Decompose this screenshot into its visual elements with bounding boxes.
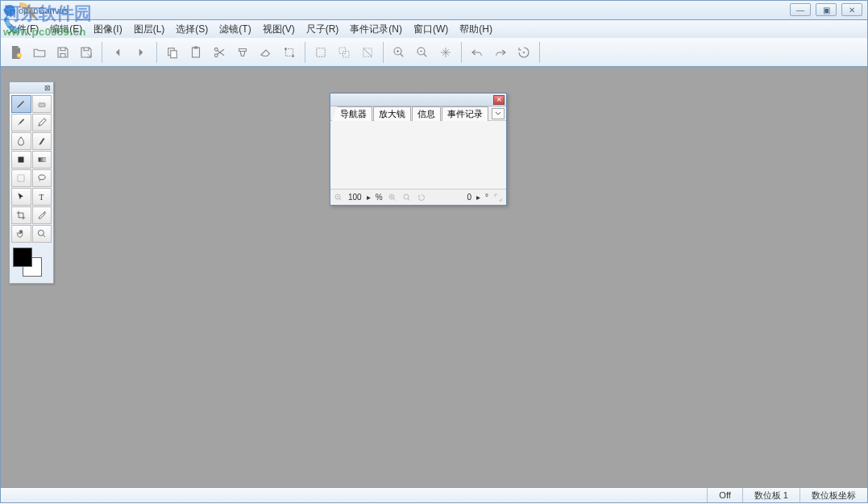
- save-icon: [56, 45, 70, 60]
- color-swatches: [13, 248, 50, 280]
- toolbar: [0, 38, 868, 67]
- nav-zoom-out-button[interactable]: [332, 191, 345, 204]
- nav-angle-arrow[interactable]: ▸: [475, 193, 482, 202]
- nav-zoom-value: 100: [347, 193, 363, 202]
- chevron-down-icon: [494, 110, 502, 118]
- watercolor-tool[interactable]: [11, 132, 31, 150]
- cut-button[interactable]: [209, 42, 230, 63]
- copy-button[interactable]: [162, 42, 183, 63]
- menu-file[interactable]: 文件(F): [7, 23, 39, 36]
- nav-prev-button[interactable]: [107, 42, 128, 63]
- zoom-tool[interactable]: [32, 225, 52, 243]
- status-tablet: 数位板 1: [742, 488, 799, 502]
- eyedropper-icon: [36, 210, 48, 221]
- history-icon: [517, 45, 531, 60]
- menu-event[interactable]: 事件记录(N): [350, 23, 402, 36]
- pencil-tool[interactable]: [11, 95, 31, 113]
- select-invert-button[interactable]: [357, 42, 378, 63]
- text-tool[interactable]: T: [32, 188, 52, 206]
- tool-palette-close-icon[interactable]: ⊠: [44, 84, 51, 92]
- zoom-out-icon: [415, 45, 430, 60]
- clear-icon: [235, 45, 250, 60]
- nav-zoom-fit-button[interactable]: [401, 191, 413, 204]
- bucket-tool[interactable]: [11, 151, 31, 169]
- svg-rect-12: [343, 51, 350, 57]
- tab-magnifier[interactable]: 放大镜: [373, 106, 411, 121]
- svg-rect-3: [193, 48, 200, 57]
- zoom-out-button[interactable]: [412, 42, 433, 63]
- select-rect-button[interactable]: [310, 42, 331, 63]
- tab-info[interactable]: 信息: [412, 106, 441, 121]
- close-button[interactable]: ✕: [841, 3, 862, 16]
- menu-ruler[interactable]: 尺子(R): [306, 23, 339, 36]
- save-as-button[interactable]: [76, 42, 97, 63]
- titlebar: openCanvas — ▣ ✕: [0, 0, 868, 20]
- menu-view[interactable]: 视图(V): [263, 23, 295, 36]
- menu-help[interactable]: 帮助(H): [459, 23, 492, 36]
- app-icon: [4, 5, 15, 16]
- crop-tool[interactable]: [11, 206, 31, 224]
- eraser-button[interactable]: [255, 42, 276, 63]
- eraser-tool[interactable]: [32, 95, 52, 113]
- open-file-button[interactable]: [29, 42, 50, 63]
- navigator-tabs: 导航器 放大镜 信息 事件记录: [330, 106, 506, 121]
- eyedropper-tool[interactable]: [32, 206, 52, 224]
- tab-navigator[interactable]: 导航器: [331, 106, 372, 121]
- nav-expand-button[interactable]: [492, 191, 505, 204]
- menu-image[interactable]: 图像(I): [93, 23, 122, 36]
- navigator-panel: ✕ 导航器 放大镜 信息 事件记录 100 ▸ % 0 ▸ °: [330, 93, 507, 206]
- nav-zoom-in-button[interactable]: [386, 191, 399, 204]
- nav-zoom-arrow[interactable]: ▸: [365, 193, 372, 202]
- foreground-color-swatch[interactable]: [13, 248, 32, 267]
- svg-rect-20: [18, 175, 24, 181]
- crop-icon: [15, 210, 27, 221]
- gradient-tool[interactable]: [32, 151, 52, 169]
- tool-palette-header[interactable]: ⊠: [10, 82, 53, 94]
- pen-icon: [36, 117, 48, 128]
- marker-tool[interactable]: [32, 132, 52, 150]
- select-invert-icon: [360, 45, 375, 60]
- paste-icon: [189, 45, 203, 60]
- transform-icon: [282, 45, 297, 60]
- menu-select[interactable]: 选择(S): [176, 23, 208, 36]
- rotate-ccw-icon: [417, 193, 426, 202]
- transform-button[interactable]: [279, 42, 300, 63]
- move-tool[interactable]: [11, 188, 31, 206]
- lasso-tool[interactable]: [32, 169, 52, 187]
- new-file-button[interactable]: [6, 42, 27, 63]
- minimize-button[interactable]: —: [790, 3, 811, 16]
- brush-tool[interactable]: [11, 114, 31, 131]
- history-button[interactable]: [513, 42, 534, 63]
- svg-rect-10: [317, 48, 326, 56]
- nav-rotate-ccw-button[interactable]: [415, 191, 428, 204]
- svg-point-5: [214, 53, 218, 56]
- pen-tool[interactable]: [32, 114, 52, 131]
- eraser-icon: [259, 45, 273, 60]
- navigator-tab-menu[interactable]: [492, 108, 505, 119]
- select-rect-icon: [314, 45, 328, 60]
- paste-button[interactable]: [185, 42, 206, 63]
- maximize-button[interactable]: ▣: [816, 3, 837, 16]
- fit-screen-button[interactable]: [435, 42, 456, 63]
- svg-rect-7: [286, 48, 293, 56]
- navigator-close-button[interactable]: ✕: [493, 95, 505, 105]
- menu-edit[interactable]: 编辑(E): [50, 23, 82, 36]
- redo-button[interactable]: [490, 42, 511, 63]
- select-rect-tool[interactable]: [11, 169, 31, 187]
- zoom-in-button[interactable]: [388, 42, 409, 63]
- hand-tool[interactable]: [11, 225, 31, 243]
- brush-icon: [15, 117, 27, 128]
- menu-layer[interactable]: 图层(L): [134, 23, 165, 36]
- nav-next-button[interactable]: [131, 42, 152, 63]
- navigator-header[interactable]: ✕: [330, 94, 506, 106]
- menubar: 文件(F) 编辑(E) 图像(I) 图层(L) 选择(S) 滤镜(T) 视图(V…: [0, 20, 868, 38]
- menu-window[interactable]: 窗口(W): [413, 23, 448, 36]
- save-button[interactable]: [52, 42, 73, 63]
- chevron-right-icon: [134, 45, 148, 60]
- tab-event-log[interactable]: 事件记录: [442, 106, 488, 121]
- select-add-button[interactable]: [334, 42, 355, 63]
- menu-filter[interactable]: 滤镜(T): [219, 23, 251, 36]
- undo-button[interactable]: [467, 42, 488, 63]
- svg-rect-19: [39, 158, 45, 162]
- clear-button[interactable]: [232, 42, 253, 63]
